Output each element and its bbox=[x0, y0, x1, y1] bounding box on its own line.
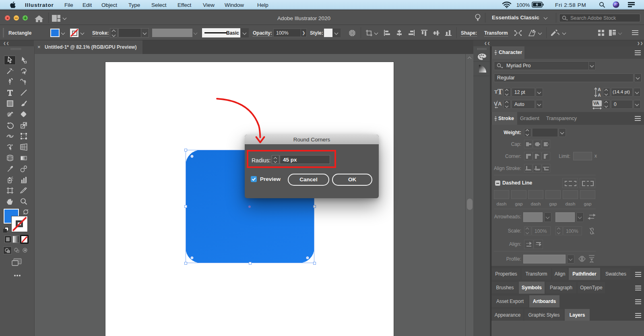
svg-text:V: V bbox=[494, 101, 497, 107]
svg-text:A: A bbox=[598, 93, 601, 97]
svg-text:A: A bbox=[598, 87, 601, 92]
svg-text:A: A bbox=[498, 101, 502, 107]
